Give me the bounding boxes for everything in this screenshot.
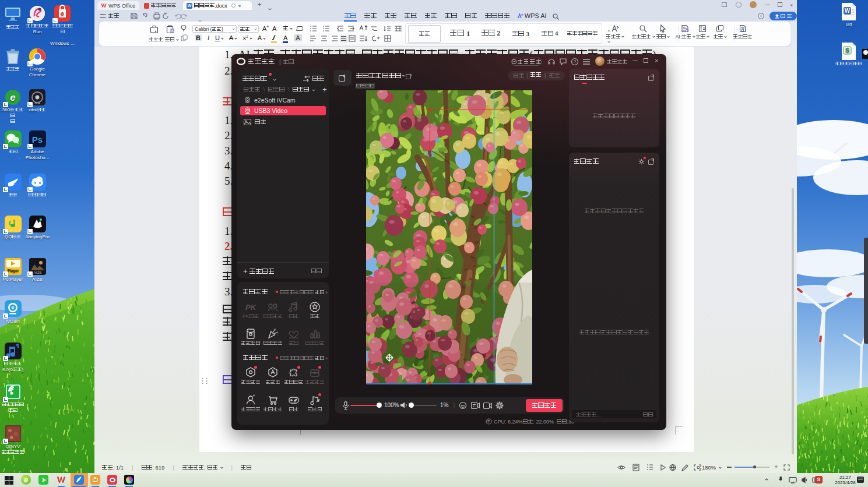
svg-text:Player: Player: [7, 269, 19, 273]
svg-text:obs: obs: [34, 101, 40, 105]
svg-text:AIZB: AIZB: [33, 271, 41, 274]
svg-text:S: S: [845, 47, 849, 54]
svg-text:PK: PK: [245, 303, 256, 312]
svg-text:e: e: [61, 10, 64, 17]
svg-text:Ps: Ps: [31, 135, 42, 144]
svg-text:W: W: [845, 8, 851, 14]
svg-text:e: e: [10, 92, 15, 103]
